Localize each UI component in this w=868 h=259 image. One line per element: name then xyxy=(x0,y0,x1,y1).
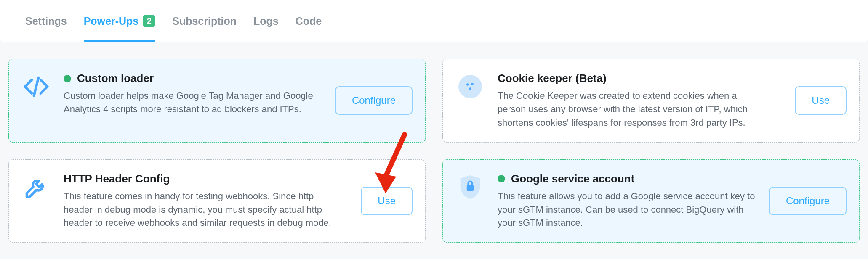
card-http-header-config: HTTP Header Config This feature comes in… xyxy=(8,159,426,243)
card-action: Configure xyxy=(335,86,413,115)
card-body: Google service account This feature allo… xyxy=(498,172,756,230)
card-google-service-account: Google service account This feature allo… xyxy=(442,159,860,243)
card-action: Configure xyxy=(769,187,847,215)
card-description: Custom loader helps make Google Tag Mana… xyxy=(64,89,322,116)
powerups-count-badge: 2 xyxy=(143,15,155,27)
status-dot-active xyxy=(64,75,71,82)
card-body: Custom loader Custom loader helps make G… xyxy=(64,72,322,116)
tab-label: Subscription xyxy=(172,15,237,27)
configure-button[interactable]: Configure xyxy=(769,187,847,215)
tab-code[interactable]: Code xyxy=(296,0,322,42)
tab-label: Power-Ups xyxy=(84,15,139,27)
tab-label: Settings xyxy=(25,15,67,27)
card-title: Custom loader xyxy=(77,72,154,85)
card-custom-loader: Custom loader Custom loader helps make G… xyxy=(8,59,426,143)
wrench-icon xyxy=(21,172,51,202)
card-action: Use xyxy=(361,187,413,215)
code-icon xyxy=(21,72,51,101)
powerups-grid: Custom loader Custom loader helps make G… xyxy=(0,42,868,259)
card-title-row: Cookie keeper (Beta) xyxy=(498,72,782,85)
card-body: HTTP Header Config This feature comes in… xyxy=(64,172,348,230)
card-body: Cookie keeper (Beta) The Cookie Keeper w… xyxy=(498,72,782,130)
tab-label: Code xyxy=(296,15,322,27)
svg-rect-6 xyxy=(467,185,474,191)
card-title: Google service account xyxy=(511,172,634,185)
tabbar: Settings Power-Ups 2 Subscription Logs C… xyxy=(25,0,843,42)
svg-line-0 xyxy=(34,78,39,96)
card-cookie-keeper: Cookie keeper (Beta) The Cookie Keeper w… xyxy=(442,59,860,143)
tab-label: Logs xyxy=(253,15,279,27)
use-button[interactable]: Use xyxy=(795,86,847,115)
tab-logs[interactable]: Logs xyxy=(253,0,279,42)
tab-powerups[interactable]: Power-Ups 2 xyxy=(84,0,156,42)
card-title: HTTP Header Config xyxy=(64,172,170,185)
svg-point-1 xyxy=(466,83,469,86)
card-title-row: Google service account xyxy=(498,172,756,185)
status-dot-active xyxy=(498,175,505,182)
card-action: Use xyxy=(795,86,847,115)
card-title-row: Custom loader xyxy=(64,72,322,85)
use-button[interactable]: Use xyxy=(361,187,413,215)
card-description: The Cookie Keeper was created to extend … xyxy=(498,89,767,130)
tab-settings[interactable]: Settings xyxy=(25,0,67,42)
card-description: This feature comes in handy for testing … xyxy=(64,190,333,230)
shield-lock-icon xyxy=(455,172,485,202)
card-title-row: HTTP Header Config xyxy=(64,172,348,185)
svg-point-2 xyxy=(471,83,474,85)
card-description: This feature allows you to add a Google … xyxy=(498,190,756,230)
tab-subscription[interactable]: Subscription xyxy=(172,0,237,42)
cookie-icon xyxy=(455,72,485,101)
configure-button[interactable]: Configure xyxy=(335,86,413,115)
card-title: Cookie keeper (Beta) xyxy=(498,72,607,85)
tabbar-container: Settings Power-Ups 2 Subscription Logs C… xyxy=(0,0,868,42)
svg-point-3 xyxy=(469,87,471,90)
